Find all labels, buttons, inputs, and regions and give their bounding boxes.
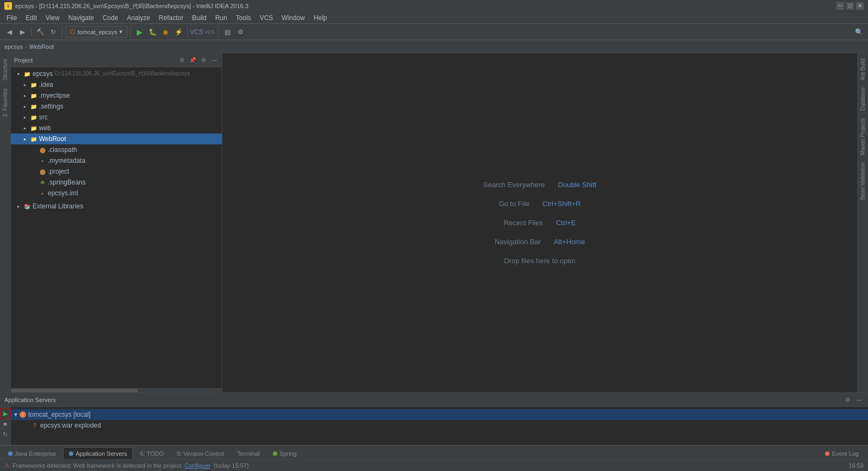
tab-java-enterprise[interactable]: Java Enterprise: [2, 447, 62, 459]
tree-root-path: D:\114.215.206.26_svn\Epcsys\B_代码\Backen…: [55, 70, 190, 78]
bottom-tab-bar: Java Enterprise Application Servers 6: T…: [0, 445, 868, 459]
project-panel-hscrollbar[interactable]: [11, 388, 222, 392]
app-servers-settings-icon[interactable]: ⚙: [843, 396, 852, 404]
menu-navigate[interactable]: Navigate: [64, 13, 98, 23]
minimize-button[interactable]: ─: [837, 2, 844, 10]
toolbar-sep-4: [187, 27, 188, 37]
hint-label-goto: Go to File: [499, 200, 529, 208]
settings-button[interactable]: ⚙: [234, 26, 246, 38]
project-panel-gear-icon[interactable]: ⚙: [199, 56, 208, 65]
server-artifact-item[interactable]: ▸ ? epcsys:war exploded: [11, 420, 868, 431]
app-servers-toolbar: ▶ ■ ↻: [0, 407, 11, 445]
tree-item-idea[interactable]: ▸ 📁 .idea: [11, 79, 222, 90]
menu-tools[interactable]: Tools: [232, 13, 256, 23]
hint-recent-files: Recent Files Ctrl+E: [504, 219, 576, 227]
tab-todo[interactable]: 6: TODO: [134, 447, 170, 459]
tab-terminal[interactable]: Terminal: [231, 447, 266, 459]
vcs-commit-button[interactable]: VCS: [203, 26, 215, 38]
tree-item-mymetadata-label: .mymetadata: [48, 157, 85, 164]
menu-window[interactable]: Window: [277, 13, 309, 23]
hint-label-drop: Drop files here to open: [504, 257, 576, 265]
app-servers-minimize-icon[interactable]: —: [855, 396, 864, 404]
tree-item-project[interactable]: ▸ ⬤ .project: [11, 166, 222, 177]
tab-application-servers[interactable]: Application Servers: [63, 447, 133, 459]
tree-item-webroot[interactable]: ▸ 📁 WebRoot: [11, 133, 222, 144]
vcs-update-button[interactable]: VCS: [190, 26, 202, 38]
breadcrumb-epcsys[interactable]: epcsys: [4, 43, 23, 50]
menu-build[interactable]: Build: [188, 13, 211, 23]
server-run-button[interactable]: ▶: [1, 409, 10, 418]
breadcrumb-webroot[interactable]: WebRoot: [29, 43, 54, 50]
status-configure-link[interactable]: Configure: [184, 462, 210, 469]
tree-item-classpath[interactable]: ▸ ⬤ .classpath: [11, 144, 222, 155]
tree-root-epcsys[interactable]: ▾ 📁 epcsys D:\114.215.206.26_svn\Epcsys\…: [11, 68, 222, 79]
server-stop-button[interactable]: ■: [1, 419, 10, 428]
back-button[interactable]: ◀: [3, 26, 15, 38]
tree-item-springbeans[interactable]: ▸ ☘ .springBeans: [11, 177, 222, 188]
hint-key-goto: Ctrl+Shift+R: [542, 200, 581, 208]
sync-button[interactable]: ↻: [47, 26, 59, 38]
navigation-breadcrumb: epcsys › WebRoot: [0, 40, 868, 53]
project-panel-close-icon[interactable]: —: [210, 56, 219, 65]
tree-item-src[interactable]: ▸ 📁 src: [11, 112, 222, 123]
tree-item-mymetadata[interactable]: ▸ ▪ .mymetadata: [11, 155, 222, 166]
menu-refactor[interactable]: Refactor: [155, 13, 188, 23]
tree-item-myeclipse[interactable]: ▸ 📁 .myeclipse: [11, 90, 222, 101]
tree-item-epcsysiml[interactable]: ▸ ▪ epcsys.iml: [11, 188, 222, 199]
build-button[interactable]: 🔨: [34, 26, 46, 38]
project-panel-pin-icon[interactable]: 📌: [188, 56, 197, 65]
editor-area: Search Everywhere Double Shift Go to Fil…: [222, 53, 857, 392]
main-area: Structure 2: Favorites Project ⚙ 📌 ⚙ — ▾…: [0, 53, 868, 392]
tab-java-enterprise-dot: [8, 451, 12, 456]
menu-file[interactable]: File: [2, 13, 21, 23]
window-title: epcsys - [D:\114.215.206.26_svn\Epcsys\B…: [15, 2, 248, 10]
server-reload-button[interactable]: ↻: [1, 430, 10, 438]
coverage-button[interactable]: ◉: [159, 26, 171, 38]
terminal-button[interactable]: ▤: [221, 26, 233, 38]
menu-vcs[interactable]: VCS: [256, 13, 278, 23]
tree-item-external-libraries[interactable]: ▸ 📚 External Libraries: [11, 201, 222, 212]
app-servers-header: Application Servers ⚙ —: [0, 393, 868, 407]
hint-navigation-bar: Navigation Bar Alt+Home: [495, 238, 585, 246]
tree-myeclipse-arrow: ▸: [22, 92, 28, 99]
menu-view[interactable]: View: [41, 13, 64, 23]
tree-root-arrow: ▾: [15, 71, 22, 77]
run-button[interactable]: ▶: [133, 26, 145, 38]
folder-icon-webroot: 📁: [30, 135, 37, 143]
menu-run[interactable]: Run: [211, 13, 232, 23]
tree-item-web[interactable]: ▸ 📁 web: [11, 123, 222, 133]
file-icon-mymetadata: ▪: [39, 157, 46, 164]
side-tab-maven[interactable]: Maven Projects: [859, 114, 867, 158]
tomcat-icon-toolbar: ⬡: [70, 28, 75, 35]
side-tab-ant-build[interactable]: Ant Build: [859, 55, 867, 84]
toolbar-sep-5: [218, 27, 219, 37]
tree-settings-arrow: ▸: [22, 103, 28, 110]
side-tab-structure[interactable]: Structure: [1, 55, 9, 84]
menu-edit[interactable]: Edit: [21, 13, 41, 23]
side-tab-bean-validation[interactable]: Bean Validation: [859, 159, 867, 203]
forward-button[interactable]: ▶: [16, 26, 28, 38]
tab-application-servers-label: Application Servers: [75, 450, 127, 457]
tab-spring[interactable]: Spring: [267, 447, 303, 459]
war-icon: ?: [31, 422, 39, 429]
search-everywhere-button[interactable]: 🔍: [853, 26, 865, 38]
tab-version-control[interactable]: 9: Version Control: [171, 447, 230, 459]
project-panel-settings-icon[interactable]: ⚙: [177, 56, 186, 65]
maximize-button[interactable]: □: [846, 2, 854, 10]
menu-code[interactable]: Code: [98, 13, 123, 23]
side-tab-favorites[interactable]: 2: Favorites: [1, 85, 9, 120]
server-item-label: tomcat_epcsys [local]: [28, 411, 91, 418]
menu-help[interactable]: Help: [309, 13, 331, 23]
run-config-selector[interactable]: ⬡ tomcat_epcsys ▾: [65, 26, 127, 38]
app-servers-content: ▶ ■ ↻ ▾ T tomcat_epcsys [local] ▸ ? epcs…: [0, 407, 868, 445]
tab-event-log[interactable]: Event Log: [819, 447, 865, 459]
tree-item-settings[interactable]: ▸ 📁 .settings: [11, 101, 222, 112]
file-icon-classpath: ⬤: [39, 146, 46, 154]
close-button[interactable]: ✕: [856, 2, 864, 10]
debug-button[interactable]: 🐛: [146, 26, 158, 38]
menu-analyze[interactable]: Analyze: [123, 13, 155, 23]
status-bar: ⚠ Frameworks detected: Web framework is …: [0, 459, 868, 471]
side-tab-database[interactable]: Database: [859, 84, 867, 114]
profile-button[interactable]: ⚡: [173, 26, 184, 38]
server-item-tomcat[interactable]: ▾ T tomcat_epcsys [local]: [11, 409, 868, 420]
